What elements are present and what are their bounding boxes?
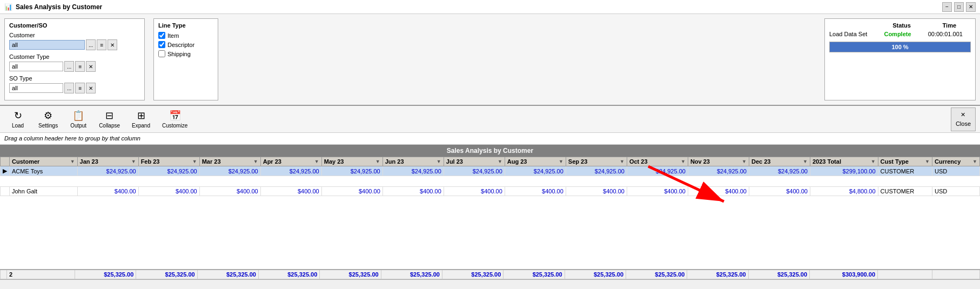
col-sep23-dropdown[interactable]: ▼ bbox=[620, 159, 625, 164]
table-row[interactable]: John Galt$400.00$400.00$400.00$400.00$40… bbox=[1, 187, 980, 196]
expand-button[interactable]: ⊞ Expand bbox=[127, 107, 155, 131]
close-x-icon: ✕ bbox=[961, 111, 965, 118]
customer-list-button[interactable]: ≡ bbox=[97, 39, 106, 50]
output-button[interactable]: 📋 Output bbox=[65, 107, 92, 131]
customer-type-clear-button[interactable]: ✕ bbox=[86, 61, 96, 72]
col-cust-type[interactable]: Cust Type ▼ bbox=[878, 157, 932, 166]
col-jul23[interactable]: Jul 23 ▼ bbox=[444, 157, 505, 166]
col-currency-dropdown[interactable]: ▼ bbox=[972, 159, 977, 164]
col-dec23-dropdown[interactable]: ▼ bbox=[803, 159, 808, 164]
col-dec23[interactable]: Dec 23 ▼ bbox=[749, 157, 810, 166]
footer-currency bbox=[932, 270, 979, 279]
expand-label: Expand bbox=[132, 123, 150, 129]
cell-jan23: $400.00 bbox=[77, 187, 138, 196]
col-mar23-dropdown[interactable]: ▼ bbox=[253, 159, 258, 164]
load-button[interactable]: ↻ Load bbox=[4, 107, 31, 131]
footer-sep23: $25,325.00 bbox=[565, 270, 626, 279]
grid-container[interactable]: Sales Analysis by Customer Customer ▼ bbox=[0, 145, 980, 269]
cell-may23: $24,925.00 bbox=[321, 166, 382, 176]
so-type-list-button[interactable]: ≡ bbox=[75, 83, 85, 93]
main-container: Customer/SO Customer ... ≡ ✕ Customer Ty… bbox=[0, 14, 980, 289]
col-nov23[interactable]: Nov 23 ▼ bbox=[688, 157, 749, 166]
table-header: Customer ▼ Jan 23 ▼ Feb bbox=[1, 157, 980, 166]
table-row[interactable]: ▶ACME Toys$24,925.00$24,925.00$24,925.00… bbox=[1, 166, 980, 176]
close-button[interactable]: ✕ Close bbox=[951, 107, 976, 131]
settings-button[interactable]: ⚙ Settings bbox=[33, 107, 63, 131]
data-table: Customer ▼ Jan 23 ▼ Feb bbox=[0, 157, 980, 207]
title-bar-left: 📊 Sales Analysis by Customer bbox=[4, 3, 102, 11]
footer-apr23: $25,325.00 bbox=[258, 270, 319, 279]
customer-type-input[interactable] bbox=[9, 62, 63, 71]
customer-field-row: ... ≡ ✕ bbox=[9, 39, 140, 50]
customer-browse-button[interactable]: ... bbox=[86, 39, 96, 50]
col-apr23-dropdown[interactable]: ▼ bbox=[314, 159, 319, 164]
col-aug23-dropdown[interactable]: ▼ bbox=[559, 159, 563, 164]
output-icon: 📋 bbox=[72, 110, 84, 122]
col-feb23-dropdown[interactable]: ▼ bbox=[192, 159, 197, 164]
status-section: Status Time Load Data Set Complete 00:00… bbox=[824, 18, 976, 100]
col-mar23[interactable]: Mar 23 ▼ bbox=[199, 157, 260, 166]
col-oct23-dropdown[interactable]: ▼ bbox=[681, 159, 686, 164]
col-total[interactable]: 2023 Total ▼ bbox=[810, 157, 878, 166]
col-nov23-label: Nov 23 bbox=[690, 158, 710, 165]
col-oct23-label: Oct 23 bbox=[629, 158, 648, 165]
cell-feb23: $24,925.00 bbox=[138, 166, 199, 176]
maximize-button[interactable]: □ bbox=[954, 2, 964, 12]
footer-row: 2 $25,325.00 $25,325.00 $25,325.00 $25,3… bbox=[1, 270, 980, 279]
customize-button[interactable]: 📅 Customize bbox=[157, 107, 192, 131]
col-jun23[interactable]: Jun 23 ▼ bbox=[382, 157, 444, 166]
item-checkbox[interactable] bbox=[158, 32, 165, 39]
settings-label: Settings bbox=[38, 123, 58, 129]
grid-title: Sales Analysis by Customer bbox=[0, 145, 980, 157]
cell-mar23: $400.00 bbox=[199, 187, 260, 196]
col-jan23-dropdown[interactable]: ▼ bbox=[131, 159, 136, 164]
col-may23-dropdown[interactable]: ▼ bbox=[375, 159, 380, 164]
shipping-checkbox[interactable] bbox=[158, 50, 165, 57]
col-oct23[interactable]: Oct 23 ▼ bbox=[627, 157, 688, 166]
customer-type-browse-button[interactable]: ... bbox=[64, 61, 74, 72]
bottom-bar bbox=[0, 279, 980, 289]
col-sep23[interactable]: Sep 23 ▼ bbox=[566, 157, 627, 166]
status-value: Complete bbox=[884, 31, 919, 37]
collapse-button[interactable]: ⊟ Collapse bbox=[94, 107, 125, 131]
col-aug23-label: Aug 23 bbox=[507, 158, 527, 165]
descriptor-label: Descriptor bbox=[167, 42, 194, 48]
toolbar: ↻ Load ⚙ Settings 📋 Output ⊟ Collapse ⊞ … bbox=[0, 106, 980, 133]
col-aug23[interactable]: Aug 23 ▼ bbox=[505, 157, 566, 166]
customer-type-list-button[interactable]: ≡ bbox=[75, 61, 85, 72]
close-window-button[interactable]: ✕ bbox=[966, 2, 976, 12]
cell-jul23: $24,925.00 bbox=[444, 166, 505, 176]
col-jan23[interactable]: Jan 23 ▼ bbox=[77, 157, 138, 166]
footer-mar23: $25,325.00 bbox=[197, 270, 258, 279]
col-total-dropdown[interactable]: ▼ bbox=[871, 159, 876, 164]
col-currency[interactable]: Currency ▼ bbox=[932, 157, 980, 166]
so-type-browse-button[interactable]: ... bbox=[64, 83, 74, 93]
so-type-clear-button[interactable]: ✕ bbox=[86, 83, 96, 93]
cell-mar23: $24,925.00 bbox=[199, 166, 260, 176]
customer-type-group: Customer Type ... ≡ ✕ bbox=[9, 53, 140, 72]
col-customer[interactable]: Customer ▼ bbox=[10, 157, 78, 166]
col-may23[interactable]: May 23 ▼ bbox=[321, 157, 382, 166]
col-jul23-dropdown[interactable]: ▼ bbox=[498, 159, 502, 164]
customer-input[interactable] bbox=[9, 40, 85, 50]
col-jun23-dropdown[interactable]: ▼ bbox=[437, 159, 441, 164]
so-type-input[interactable] bbox=[9, 83, 63, 93]
descriptor-checkbox[interactable] bbox=[158, 41, 165, 48]
col-feb23[interactable]: Feb 23 ▼ bbox=[138, 157, 199, 166]
col-customer-dropdown[interactable]: ▼ bbox=[70, 159, 75, 164]
col-cust-type-dropdown[interactable]: ▼ bbox=[925, 159, 930, 164]
customer-group: Customer ... ≡ ✕ bbox=[9, 32, 140, 50]
load-data-set-value: Load Data Set bbox=[829, 31, 875, 37]
footer-jan23: $25,325.00 bbox=[75, 270, 136, 279]
cell-may23: $400.00 bbox=[321, 187, 382, 196]
shipping-checkbox-row: Shipping bbox=[158, 50, 213, 57]
footer-nov23: $25,325.00 bbox=[687, 270, 748, 279]
customer-type-field-row: ... ≡ ✕ bbox=[9, 61, 140, 72]
col-apr23[interactable]: Apr 23 ▼ bbox=[260, 157, 321, 166]
customer-clear-button[interactable]: ✕ bbox=[108, 39, 117, 50]
minimize-button[interactable]: − bbox=[942, 2, 952, 12]
footer-table: 2 $25,325.00 $25,325.00 $25,325.00 $25,3… bbox=[0, 269, 980, 279]
cell-sep23: $24,925.00 bbox=[566, 166, 627, 176]
load-label: Load bbox=[12, 123, 24, 129]
col-nov23-dropdown[interactable]: ▼ bbox=[742, 159, 747, 164]
